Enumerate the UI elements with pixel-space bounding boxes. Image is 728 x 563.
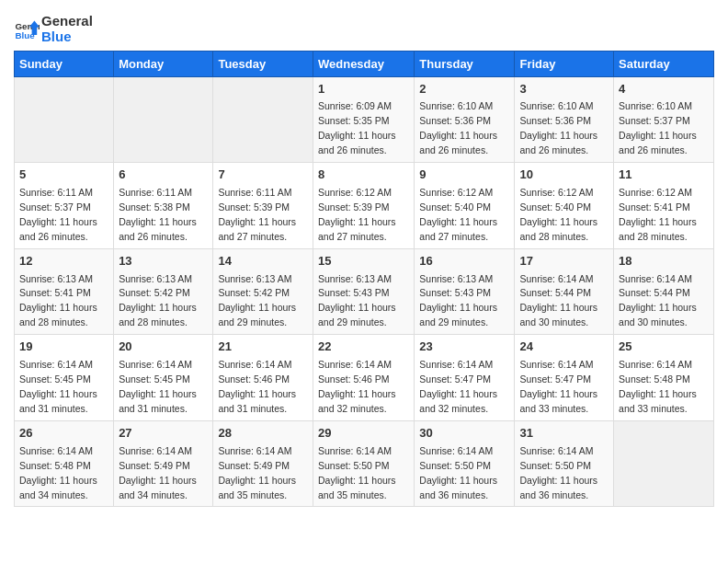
day-of-week-saturday: Saturday: [614, 51, 714, 76]
calendar-cell: 9Sunrise: 6:12 AM Sunset: 5:40 PM Daylig…: [415, 163, 515, 249]
day-of-week-tuesday: Tuesday: [213, 51, 313, 76]
calendar-cell: 30Sunrise: 6:14 AM Sunset: 5:50 PM Dayli…: [415, 420, 515, 507]
day-number: 12: [19, 253, 108, 270]
day-number: 24: [519, 339, 609, 356]
calendar-cell: [114, 76, 213, 163]
day-of-week-sunday: Sunday: [15, 51, 114, 76]
day-info: Sunrise: 6:14 AM Sunset: 5:46 PM Dayligh…: [218, 359, 299, 414]
day-number: 27: [119, 425, 208, 442]
day-number: 13: [119, 253, 208, 270]
day-info: Sunrise: 6:10 AM Sunset: 5:37 PM Dayligh…: [619, 100, 700, 155]
day-info: Sunrise: 6:09 AM Sunset: 5:35 PM Dayligh…: [318, 100, 399, 155]
calendar-cell: 23Sunrise: 6:14 AM Sunset: 5:47 PM Dayli…: [415, 335, 515, 421]
calendar-cell: 18Sunrise: 6:14 AM Sunset: 5:44 PM Dayli…: [614, 248, 714, 335]
day-number: 26: [19, 425, 108, 442]
calendar-cell: 19Sunrise: 6:14 AM Sunset: 5:45 PM Dayli…: [15, 335, 114, 421]
day-info: Sunrise: 6:10 AM Sunset: 5:36 PM Dayligh…: [519, 100, 600, 155]
calendar-week-5: 26Sunrise: 6:14 AM Sunset: 5:48 PM Dayli…: [15, 420, 714, 507]
calendar-week-2: 5Sunrise: 6:11 AM Sunset: 5:37 PM Daylig…: [15, 163, 714, 249]
day-number: 2: [419, 81, 509, 98]
day-number: 21: [218, 339, 308, 356]
day-number: 8: [318, 167, 409, 184]
calendar-cell: [15, 76, 114, 163]
day-info: Sunrise: 6:13 AM Sunset: 5:43 PM Dayligh…: [419, 273, 500, 328]
day-number: 17: [519, 253, 609, 270]
calendar-cell: 14Sunrise: 6:13 AM Sunset: 5:42 PM Dayli…: [213, 248, 313, 335]
day-info: Sunrise: 6:14 AM Sunset: 5:47 PM Dayligh…: [519, 359, 600, 414]
day-number: 15: [318, 253, 409, 270]
calendar-cell: 24Sunrise: 6:14 AM Sunset: 5:47 PM Dayli…: [515, 335, 614, 421]
day-info: Sunrise: 6:14 AM Sunset: 5:44 PM Dayligh…: [619, 273, 700, 328]
day-number: 29: [318, 425, 409, 442]
calendar-cell: 20Sunrise: 6:14 AM Sunset: 5:45 PM Dayli…: [114, 335, 213, 421]
calendar-cell: 16Sunrise: 6:13 AM Sunset: 5:43 PM Dayli…: [415, 248, 515, 335]
day-number: 16: [419, 253, 509, 270]
calendar-cell: [213, 76, 313, 163]
day-number: 1: [318, 81, 409, 98]
calendar-cell: 25Sunrise: 6:14 AM Sunset: 5:48 PM Dayli…: [614, 335, 714, 421]
day-number: 11: [619, 167, 709, 184]
day-number: 7: [218, 167, 308, 184]
calendar-cell: 12Sunrise: 6:13 AM Sunset: 5:41 PM Dayli…: [15, 248, 114, 335]
day-number: 19: [19, 339, 108, 356]
calendar-table: SundayMondayTuesdayWednesdayThursdayFrid…: [14, 51, 714, 508]
day-info: Sunrise: 6:14 AM Sunset: 5:48 PM Dayligh…: [19, 445, 100, 500]
day-number: 3: [519, 81, 609, 98]
calendar-cell: 17Sunrise: 6:14 AM Sunset: 5:44 PM Dayli…: [515, 248, 614, 335]
calendar-cell: 21Sunrise: 6:14 AM Sunset: 5:46 PM Dayli…: [213, 335, 313, 421]
day-info: Sunrise: 6:14 AM Sunset: 5:46 PM Dayligh…: [318, 359, 399, 414]
day-number: 31: [519, 425, 609, 442]
day-info: Sunrise: 6:14 AM Sunset: 5:48 PM Dayligh…: [619, 359, 700, 414]
day-info: Sunrise: 6:14 AM Sunset: 5:44 PM Dayligh…: [519, 273, 600, 328]
day-number: 4: [619, 81, 709, 98]
calendar-cell: 15Sunrise: 6:13 AM Sunset: 5:43 PM Dayli…: [313, 248, 414, 335]
calendar-header-row: SundayMondayTuesdayWednesdayThursdayFrid…: [15, 51, 714, 76]
day-info: Sunrise: 6:13 AM Sunset: 5:42 PM Dayligh…: [218, 273, 299, 328]
day-info: Sunrise: 6:11 AM Sunset: 5:39 PM Dayligh…: [218, 187, 299, 242]
day-number: 20: [119, 339, 208, 356]
day-info: Sunrise: 6:12 AM Sunset: 5:40 PM Dayligh…: [519, 187, 600, 242]
day-info: Sunrise: 6:13 AM Sunset: 5:42 PM Dayligh…: [119, 273, 199, 328]
day-info: Sunrise: 6:14 AM Sunset: 5:50 PM Dayligh…: [318, 445, 399, 500]
day-info: Sunrise: 6:11 AM Sunset: 5:38 PM Dayligh…: [119, 187, 199, 242]
day-of-week-thursday: Thursday: [415, 51, 515, 76]
logo-icon: General Blue: [14, 16, 40, 41]
calendar-cell: 5Sunrise: 6:11 AM Sunset: 5:37 PM Daylig…: [15, 163, 114, 249]
page-header: General Blue General Blue: [14, 9, 714, 45]
day-info: Sunrise: 6:13 AM Sunset: 5:41 PM Dayligh…: [19, 273, 100, 328]
day-info: Sunrise: 6:12 AM Sunset: 5:40 PM Dayligh…: [419, 187, 500, 242]
day-of-week-monday: Monday: [114, 51, 213, 76]
day-info: Sunrise: 6:14 AM Sunset: 5:49 PM Dayligh…: [218, 445, 299, 500]
day-number: 6: [119, 167, 208, 184]
calendar-cell: 26Sunrise: 6:14 AM Sunset: 5:48 PM Dayli…: [15, 420, 114, 507]
calendar-cell: 4Sunrise: 6:10 AM Sunset: 5:37 PM Daylig…: [614, 76, 714, 163]
calendar-cell: 11Sunrise: 6:12 AM Sunset: 5:41 PM Dayli…: [614, 163, 714, 249]
day-number: 18: [619, 253, 709, 270]
calendar-cell: 28Sunrise: 6:14 AM Sunset: 5:49 PM Dayli…: [213, 420, 313, 507]
day-info: Sunrise: 6:13 AM Sunset: 5:43 PM Dayligh…: [318, 273, 399, 328]
day-info: Sunrise: 6:14 AM Sunset: 5:50 PM Dayligh…: [419, 445, 500, 500]
calendar-week-4: 19Sunrise: 6:14 AM Sunset: 5:45 PM Dayli…: [15, 335, 714, 421]
calendar-cell: 22Sunrise: 6:14 AM Sunset: 5:46 PM Dayli…: [313, 335, 414, 421]
calendar-cell: 2Sunrise: 6:10 AM Sunset: 5:36 PM Daylig…: [415, 76, 515, 163]
day-number: 28: [218, 425, 308, 442]
day-number: 9: [419, 167, 509, 184]
day-info: Sunrise: 6:14 AM Sunset: 5:45 PM Dayligh…: [19, 359, 100, 414]
logo-blue: Blue: [41, 29, 93, 44]
logo: General Blue General Blue: [14, 13, 93, 45]
calendar-week-1: 1Sunrise: 6:09 AM Sunset: 5:35 PM Daylig…: [15, 76, 714, 163]
calendar-cell: 27Sunrise: 6:14 AM Sunset: 5:49 PM Dayli…: [114, 420, 213, 507]
logo-general: General: [41, 13, 93, 29]
day-info: Sunrise: 6:14 AM Sunset: 5:50 PM Dayligh…: [519, 445, 600, 500]
calendar-cell: 1Sunrise: 6:09 AM Sunset: 5:35 PM Daylig…: [313, 76, 414, 163]
calendar-cell: 8Sunrise: 6:12 AM Sunset: 5:39 PM Daylig…: [313, 163, 414, 249]
calendar-cell: 29Sunrise: 6:14 AM Sunset: 5:50 PM Dayli…: [313, 420, 414, 507]
day-number: 22: [318, 339, 409, 356]
day-info: Sunrise: 6:12 AM Sunset: 5:39 PM Dayligh…: [318, 187, 399, 242]
day-number: 10: [519, 167, 609, 184]
calendar-cell: 6Sunrise: 6:11 AM Sunset: 5:38 PM Daylig…: [114, 163, 213, 249]
day-number: 25: [619, 339, 709, 356]
calendar-cell: 7Sunrise: 6:11 AM Sunset: 5:39 PM Daylig…: [213, 163, 313, 249]
day-number: 14: [218, 253, 308, 270]
day-info: Sunrise: 6:14 AM Sunset: 5:45 PM Dayligh…: [119, 359, 199, 414]
